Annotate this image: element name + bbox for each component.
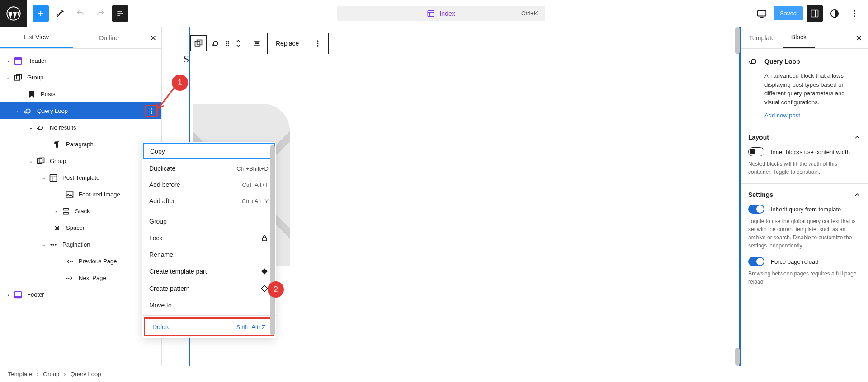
svg-point-24 bbox=[66, 277, 68, 279]
scroll-thumb[interactable] bbox=[735, 27, 740, 54]
close-panel-button[interactable] bbox=[145, 30, 161, 46]
menu-label: Add before bbox=[149, 181, 180, 188]
svg-rect-10 bbox=[15, 75, 20, 80]
move-up-down-icon[interactable] bbox=[234, 38, 242, 49]
block-tree: › Header ⌄ Group Posts ⌄ Query Loop bbox=[0, 49, 161, 307]
svg-point-25 bbox=[68, 277, 70, 279]
tree-item-pagination[interactable]: ⌄ Pagination bbox=[0, 236, 161, 253]
menu-create-template-part[interactable]: Create template part bbox=[142, 263, 276, 280]
help-text: Browsing between pages requires a full p… bbox=[748, 270, 861, 286]
menu-group[interactable]: Group bbox=[142, 213, 276, 229]
delete-highlight: Delete Shift+Alt+Z bbox=[144, 317, 274, 336]
redo-button bbox=[92, 5, 108, 22]
tree-item-query-loop[interactable]: ⌄ Query Loop bbox=[0, 102, 161, 119]
svg-rect-28 bbox=[195, 41, 200, 46]
tree-item-paragraph[interactable]: Paragraph bbox=[0, 136, 161, 153]
spacer-icon bbox=[52, 223, 62, 233]
menu-label: Copy bbox=[150, 148, 165, 155]
help-text: Toggle to use the global query context t… bbox=[748, 217, 861, 250]
tab-outline[interactable]: Outline bbox=[73, 28, 146, 48]
add-block-button[interactable] bbox=[33, 5, 49, 22]
add-new-post-link[interactable]: Add new post bbox=[764, 112, 800, 119]
menu-lock[interactable]: Lock bbox=[142, 229, 276, 247]
settings-section: Settings Inherit query from template Tog… bbox=[741, 184, 868, 293]
svg-point-37 bbox=[317, 40, 319, 42]
wordpress-logo[interactable] bbox=[0, 0, 27, 27]
svg-rect-36 bbox=[255, 42, 259, 44]
breadcrumb-template[interactable]: Template bbox=[8, 371, 32, 377]
document-overview-button[interactable] bbox=[112, 5, 128, 22]
saved-button[interactable]: Saved bbox=[774, 6, 803, 20]
loop-icon bbox=[35, 122, 46, 133]
breadcrumb: Template › Group › Query Loop bbox=[0, 366, 868, 382]
svg-point-38 bbox=[317, 43, 319, 44]
styles-button[interactable] bbox=[826, 5, 843, 22]
menu-delete[interactable]: Delete Shift+Alt+Z bbox=[145, 319, 273, 335]
tree-item-next-page[interactable]: Next Page bbox=[0, 270, 161, 286]
tab-list-view[interactable]: List View bbox=[0, 27, 73, 48]
svg-point-32 bbox=[226, 43, 227, 44]
tools-button[interactable] bbox=[52, 5, 69, 22]
drag-handle-icon[interactable] bbox=[223, 39, 231, 47]
force-reload-toggle[interactable] bbox=[748, 257, 764, 266]
svg-point-39 bbox=[317, 45, 319, 47]
tree-item-post-template[interactable]: ⌄ Post Template bbox=[0, 169, 161, 186]
tab-block[interactable]: Block bbox=[783, 27, 815, 48]
inherit-query-toggle[interactable] bbox=[748, 205, 764, 214]
view-button[interactable] bbox=[754, 5, 770, 22]
tree-item-group[interactable]: ⌄ Group bbox=[0, 69, 161, 86]
tree-item-posts[interactable]: Posts bbox=[0, 86, 161, 102]
help-text: Nested blocks will fill the width of thi… bbox=[748, 160, 861, 176]
menu-add-before[interactable]: Add before Ctrl+Alt+T bbox=[142, 177, 276, 193]
tab-template[interactable]: Template bbox=[741, 28, 783, 48]
block-toolbar: S Replace bbox=[190, 33, 329, 54]
tree-item-group2[interactable]: ⌄ Group bbox=[0, 153, 161, 169]
align-button[interactable] bbox=[246, 33, 268, 54]
list-view-panel: List View Outline › Header ⌄ Group Posts bbox=[0, 27, 162, 366]
next-page-icon bbox=[64, 273, 75, 284]
tree-item-featured-image[interactable]: Featured Image bbox=[0, 186, 161, 203]
query-loop-icon[interactable] bbox=[211, 38, 221, 48]
center-toolbar: Index Ctrl+K bbox=[134, 6, 748, 21]
tree-label: Paragraph bbox=[66, 141, 94, 148]
parent-selector[interactable] bbox=[190, 33, 207, 54]
menu-separator bbox=[142, 211, 276, 211]
tree-item-spacer[interactable]: Spacer bbox=[0, 219, 161, 236]
tree-item-no-results[interactable]: ⌄ No results bbox=[0, 119, 161, 136]
block-more-options[interactable] bbox=[307, 33, 329, 54]
page-indicator[interactable]: Index Ctrl+K bbox=[337, 6, 545, 21]
canvas-scrollbar[interactable] bbox=[734, 27, 740, 366]
settings-header[interactable]: Settings bbox=[748, 191, 861, 198]
menu-add-after[interactable]: Add after Ctrl+Alt+Y bbox=[142, 193, 276, 209]
close-settings-button[interactable] bbox=[850, 34, 868, 42]
breadcrumb-group[interactable]: Group bbox=[43, 371, 59, 377]
svg-point-6 bbox=[854, 13, 855, 14]
menu-duplicate[interactable]: Duplicate Ctrl+Shift+D bbox=[142, 160, 276, 177]
more-options-button[interactable] bbox=[846, 5, 863, 22]
svg-point-19 bbox=[50, 244, 52, 245]
tree-item-prev-page[interactable]: Previous Page bbox=[0, 253, 161, 270]
menu-copy[interactable]: Copy bbox=[143, 143, 275, 159]
menu-create-pattern[interactable]: Create pattern bbox=[142, 280, 276, 297]
undo-button bbox=[72, 5, 89, 22]
letter-s: S bbox=[184, 53, 189, 65]
featured-image-icon bbox=[64, 189, 75, 200]
settings-sidebar-button[interactable] bbox=[807, 5, 823, 22]
pagination-icon bbox=[48, 239, 59, 250]
svg-rect-3 bbox=[811, 10, 818, 17]
menu-move-to[interactable]: Move to bbox=[142, 297, 276, 313]
menu-rename[interactable]: Rename bbox=[142, 247, 276, 263]
tree-item-footer[interactable]: › Footer bbox=[0, 286, 161, 303]
menu-scrollbar[interactable] bbox=[270, 145, 275, 335]
footer-icon bbox=[13, 289, 24, 300]
menu-label: Add after bbox=[149, 197, 175, 205]
tree-item-stack[interactable]: › Stack bbox=[0, 203, 161, 219]
inner-blocks-toggle[interactable] bbox=[748, 147, 764, 156]
replace-button[interactable]: Replace bbox=[267, 33, 307, 54]
breadcrumb-query-loop[interactable]: Query Loop bbox=[71, 371, 101, 377]
layout-header[interactable]: Layout bbox=[748, 134, 861, 141]
scroll-thumb[interactable] bbox=[735, 348, 740, 366]
toggle-label: Inner blocks use content width bbox=[771, 149, 850, 155]
tree-item-header[interactable]: › Header bbox=[0, 52, 161, 69]
svg-point-35 bbox=[228, 45, 229, 46]
